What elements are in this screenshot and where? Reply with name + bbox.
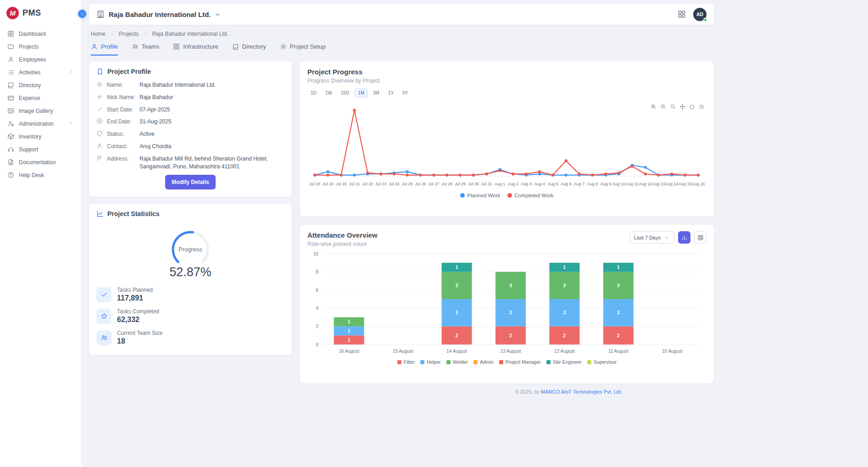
stat-item: Tasks Completed62,332 xyxy=(96,308,284,324)
sidebar-nav: DashboardProjectsEmployeesActivitiesDire… xyxy=(0,25,81,184)
project-progress-chart[interactable]: Jul 18Jul 19Jul 20Jul 21Jul 22Jul 23Jul … xyxy=(307,99,707,193)
right-column: Project Progress Progress Overview by Pr… xyxy=(300,61,714,395)
zoom-out-button[interactable] xyxy=(660,104,666,110)
legend-item-admin[interactable]: Admin xyxy=(473,359,494,365)
svg-text:10: 10 xyxy=(313,251,319,256)
project-statistics-title: Project Statistics xyxy=(107,210,160,217)
stat-value: 117,891 xyxy=(117,294,153,302)
sidebar-item-label: Directory xyxy=(19,82,41,89)
svg-text:1: 1 xyxy=(348,319,351,324)
svg-text:Jul 21: Jul 21 xyxy=(349,182,360,186)
sidebar-item-support[interactable]: Support xyxy=(5,143,77,156)
menu-icon xyxy=(699,104,705,110)
legend-item-completed-work[interactable]: Completed Work xyxy=(507,193,553,198)
app-title: PMS xyxy=(22,8,41,18)
table-icon xyxy=(697,234,704,241)
tab-label: Teams xyxy=(142,43,159,50)
svg-text:4: 4 xyxy=(316,306,318,311)
stat-item: Tasks Planned117,891 xyxy=(96,287,284,302)
range-1y-button[interactable]: 1Y xyxy=(385,89,397,97)
app-root: M PMS DashboardProjectsEmployeesActiviti… xyxy=(0,0,868,467)
sidebar-item-expense[interactable]: Expense xyxy=(5,92,77,104)
svg-text:16 August: 16 August xyxy=(339,349,359,354)
bar-chart-view-button[interactable] xyxy=(678,231,690,244)
profile-actions: Modify Details xyxy=(96,175,284,189)
breadcrumb-item[interactable]: Projects xyxy=(119,31,139,37)
svg-text:1: 1 xyxy=(563,265,566,270)
range-1d-button[interactable]: 1D xyxy=(307,89,320,97)
sidebar-item-activities[interactable]: Activities xyxy=(5,66,77,78)
tab-label: Project Setup xyxy=(290,43,326,50)
breadcrumb-item[interactable]: Home xyxy=(91,31,106,37)
svg-text:1: 1 xyxy=(617,265,620,270)
sidebar-item-dashboard[interactable]: Dashboard xyxy=(5,28,77,40)
modify-details-button[interactable]: Modify Details xyxy=(165,175,215,189)
sidebar-item-image-gallery[interactable]: Image Gallery xyxy=(5,105,77,117)
legend-label: Admin xyxy=(480,359,494,365)
sidebar: M PMS DashboardProjectsEmployeesActiviti… xyxy=(0,0,82,467)
sidebar-item-label: Image Gallery xyxy=(19,108,53,114)
legend-item-planned-work[interactable]: Planned Work xyxy=(460,193,500,198)
range-5y-button[interactable]: 5Y xyxy=(399,89,411,97)
svg-text:Aug 12: Aug 12 xyxy=(639,182,652,186)
legend-item-project-manager[interactable]: Project Manager xyxy=(499,359,541,365)
range-15d-button[interactable]: 15D xyxy=(338,89,352,97)
sidebar-item-documentation[interactable]: Documentation xyxy=(5,156,77,168)
legend-item-helper[interactable]: Helper xyxy=(420,359,441,365)
sidebar-item-administration[interactable]: Administration xyxy=(5,117,77,130)
svg-text:Jul 30: Jul 30 xyxy=(468,182,479,186)
tab-label: Profile xyxy=(101,43,118,50)
date-range-value: Last 7 Days xyxy=(634,235,661,240)
gallery-icon xyxy=(7,107,14,114)
legend-label: Welder xyxy=(453,359,468,365)
footer-company-link[interactable]: MARCO AIoT Technologies Pvt. Ltd. xyxy=(541,389,622,395)
range-1w-button[interactable]: 1W xyxy=(322,89,335,97)
tab-teams[interactable]: Teams xyxy=(132,43,159,56)
svg-text:3: 3 xyxy=(617,310,620,315)
sidebar-item-help-desk[interactable]: Help Desk xyxy=(5,169,77,181)
field-value: 07-Apr-2025 xyxy=(139,106,170,114)
tab-profile[interactable]: Profile xyxy=(91,43,118,56)
user-avatar[interactable]: AD xyxy=(693,8,707,21)
svg-text:Jul 20: Jul 20 xyxy=(336,182,347,186)
attendance-chart[interactable]: 024681011116 August15 August233114 Augus… xyxy=(307,250,707,358)
tab-directory[interactable]: Directory xyxy=(232,43,266,56)
chevron-down-icon xyxy=(664,234,670,240)
sidebar-collapse-button[interactable] xyxy=(78,10,86,18)
administration-icon xyxy=(7,120,14,127)
zoom-in-button[interactable] xyxy=(651,104,657,110)
sidebar-item-directory[interactable]: Directory xyxy=(5,79,77,91)
sidebar-item-inventory[interactable]: Inventory xyxy=(5,130,77,143)
legend-item-site-engineer[interactable]: Site Engineer xyxy=(546,359,582,365)
date-range-select[interactable]: Last 7 Days xyxy=(629,231,674,244)
range-3m-button[interactable]: 3M xyxy=(370,89,383,97)
tab-project-setup[interactable]: Project Setup xyxy=(280,43,326,56)
apps-grid-icon[interactable] xyxy=(678,10,686,18)
field-label: End Date: xyxy=(107,118,135,126)
project-profile-title: Project Profile xyxy=(107,68,151,75)
support-icon xyxy=(7,146,14,153)
tab-infrastructure[interactable]: Infrastructure xyxy=(173,43,218,56)
attendance-overview-card: Attendance Overview Role-wise present co… xyxy=(300,225,714,384)
breadcrumb: HomeProjectsRaja Bahadur International L… xyxy=(91,31,868,37)
field-label: Name: xyxy=(107,81,135,89)
legend-item-fitter[interactable]: Fitter xyxy=(397,359,415,365)
profile-fields: Name:Raja Bahadur International Ltd.Nick… xyxy=(96,81,284,170)
range-1m-button[interactable]: 1M xyxy=(355,89,367,97)
sidebar-item-employees[interactable]: Employees xyxy=(5,53,77,66)
bar-chart-legend: FitterHelperWelderAdminProject ManagerSi… xyxy=(307,359,707,365)
home-button[interactable] xyxy=(689,104,695,110)
company-selector[interactable]: Raja Bahadur International Ltd. xyxy=(109,11,221,18)
legend-item-supervisor[interactable]: Supervisor xyxy=(587,359,617,365)
svg-text:Aug 13: Aug 13 xyxy=(652,182,665,186)
svg-text:Aug 14: Aug 14 xyxy=(665,182,679,186)
stat-label: Tasks Completed xyxy=(117,308,159,315)
table-view-button[interactable] xyxy=(694,231,707,244)
search-button[interactable] xyxy=(670,104,676,110)
menu-button[interactable] xyxy=(699,104,705,110)
legend-item-welder[interactable]: Welder xyxy=(446,359,468,365)
pan-button[interactable] xyxy=(679,104,685,110)
project-progress-subtitle: Progress Overview by Project xyxy=(307,78,707,84)
sidebar-item-projects[interactable]: Projects xyxy=(5,40,77,53)
svg-text:6: 6 xyxy=(316,288,318,293)
